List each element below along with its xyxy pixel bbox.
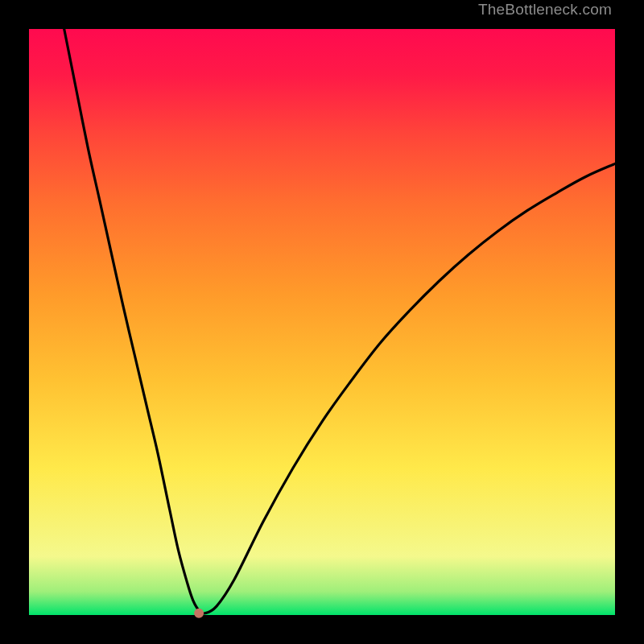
curve-layer — [29, 29, 615, 615]
minimum-marker — [194, 609, 204, 618]
chart-frame: TheBottleneck.com — [0, 0, 644, 644]
bottleneck-curve — [64, 29, 615, 613]
plot-area — [29, 29, 615, 615]
watermark-text: TheBottleneck.com — [478, 1, 612, 19]
